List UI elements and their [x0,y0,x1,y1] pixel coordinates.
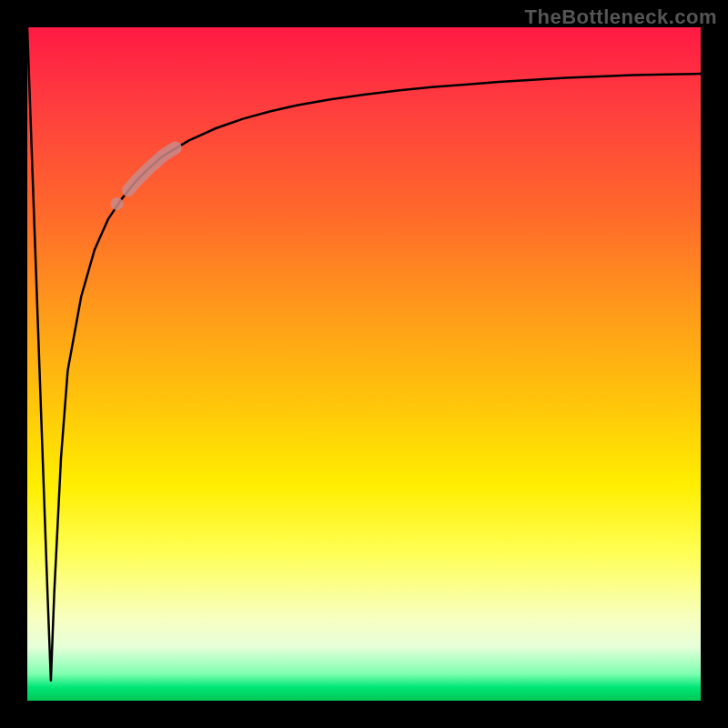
watermark-text: TheBottleneck.com [525,5,717,29]
highlighted-segment [128,147,176,190]
highlighted-dot [110,197,123,210]
chart-frame: TheBottleneck.com [0,0,728,728]
bottleneck-curve [27,27,701,681]
plot-area [27,27,701,701]
curve-layer [27,27,701,701]
